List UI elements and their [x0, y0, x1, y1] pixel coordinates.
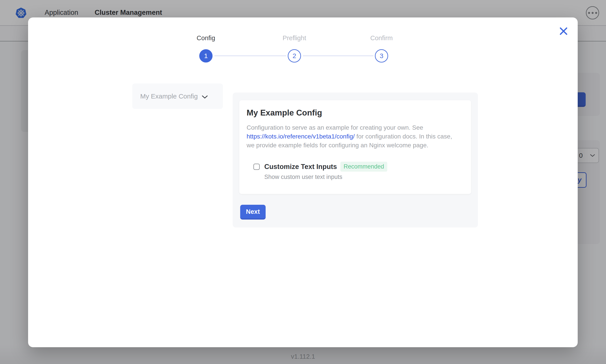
config-panel: My Example Config Configuration to serve… [233, 92, 478, 228]
step-label: Confirm [353, 34, 410, 42]
modal-close-button[interactable] [558, 26, 569, 37]
config-field-row: Customize Text Inputs Recommended [253, 162, 460, 172]
description-line3: we provide example fields for configurin… [247, 142, 428, 149]
config-group-dropdown[interactable]: My Example Config [132, 83, 223, 109]
step-circle-3[interactable]: 3 [375, 49, 388, 63]
chevron-down-icon [202, 95, 208, 99]
step-label: Config [177, 34, 235, 42]
config-group-description: Configuration to serve as an example for… [247, 123, 463, 150]
next-button[interactable]: Next [240, 205, 266, 220]
close-x-icon [559, 26, 568, 36]
config-docs-link[interactable]: https://kots.io/reference/v1beta1/config… [247, 133, 355, 140]
config-group-dropdown-label: My Example Config [140, 92, 198, 100]
wizard-step-confirm: Confirm 3 [353, 34, 410, 63]
description-line1: Configuration to serve as an example for… [247, 124, 423, 131]
customize-text-inputs-checkbox[interactable] [253, 164, 260, 170]
config-group-title: My Example Config [247, 108, 460, 118]
checkbox-help-text: Show custom user text inputs [264, 174, 460, 181]
step-label: Preflight [266, 34, 323, 42]
checkbox-label: Customize Text Inputs [264, 163, 337, 171]
recommended-badge: Recommended [340, 162, 387, 172]
config-group-card: My Example Config Configuration to serve… [239, 100, 471, 194]
step-circle-1[interactable]: 1 [199, 49, 213, 63]
wizard-step-config: Config 1 [177, 34, 235, 63]
description-line2: for configuration docs. In this case, [355, 133, 452, 140]
config-wizard-modal: Config 1 Preflight 2 Confirm 3 My Exampl… [28, 17, 578, 347]
wizard-step-preflight: Preflight 2 [266, 34, 323, 63]
step-circle-2[interactable]: 2 [288, 49, 301, 63]
